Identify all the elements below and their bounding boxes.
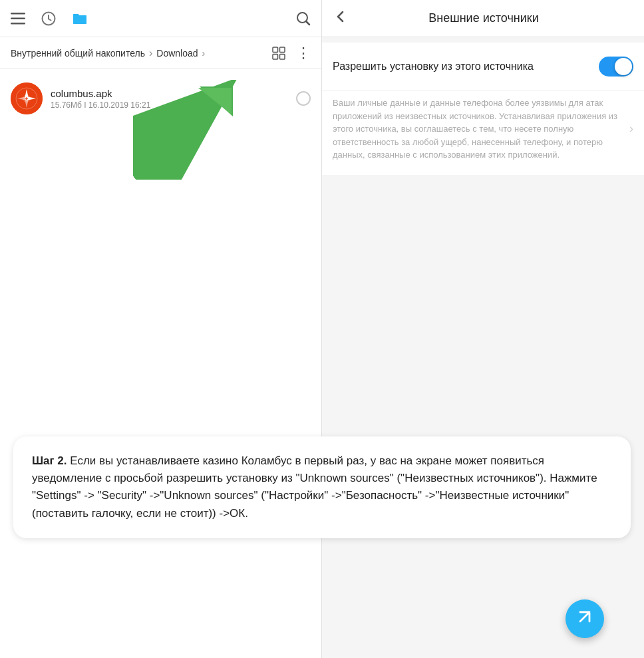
settings-label: Разрешить установку из этого источника bbox=[333, 60, 599, 74]
breadcrumb-sep: › bbox=[149, 47, 152, 59]
toggle-knob bbox=[615, 58, 632, 75]
breadcrumb: Внутренний общий накопитель › Download ›… bbox=[0, 37, 321, 69]
folder-icon[interactable] bbox=[72, 12, 88, 25]
file-checkbox[interactable] bbox=[296, 91, 311, 106]
history-icon[interactable] bbox=[41, 11, 56, 26]
settings-description-row: Ваши личные данные и данные телефона бол… bbox=[322, 90, 644, 175]
menu-icon[interactable] bbox=[11, 13, 25, 25]
grid-view-icon[interactable] bbox=[272, 47, 285, 60]
settings-row: Разрешить установку из этого источника bbox=[322, 43, 644, 90]
back-button[interactable] bbox=[333, 9, 349, 29]
svg-rect-6 bbox=[280, 47, 285, 53]
instruction-box: Шаг 2. Если вы устанавливаете казино Кол… bbox=[13, 436, 631, 538]
breadcrumb-actions: ⋮ bbox=[272, 45, 311, 62]
settings-description: Ваши личные данные и данные телефона бол… bbox=[333, 96, 624, 162]
svg-rect-1 bbox=[11, 17, 25, 19]
main-container: Внутренний общий накопитель › Download ›… bbox=[0, 0, 644, 658]
svg-rect-5 bbox=[273, 47, 278, 53]
step-label: Шаг 2. bbox=[32, 454, 67, 467]
settings-card: Разрешить установку из этого источника В… bbox=[322, 43, 644, 175]
search-icon[interactable] bbox=[296, 11, 311, 26]
fab-button[interactable] bbox=[565, 599, 604, 638]
file-meta: 15.76Мб I 16.10.2019 16:21 bbox=[51, 100, 296, 110]
file-info: columbus.apk 15.76Мб I 16.10.2019 16:21 bbox=[51, 88, 296, 110]
right-panel-title: Внешние источники bbox=[357, 11, 611, 25]
svg-rect-7 bbox=[273, 54, 278, 59]
svg-rect-0 bbox=[11, 13, 25, 15]
breadcrumb-current[interactable]: Download bbox=[156, 48, 198, 59]
instruction-text: Шаг 2. Если вы устанавливаете казино Кол… bbox=[32, 452, 612, 522]
breadcrumb-chevron-icon: › bbox=[202, 48, 206, 59]
apk-icon bbox=[11, 82, 43, 114]
svg-rect-8 bbox=[280, 54, 285, 59]
toggle-switch[interactable] bbox=[599, 57, 633, 77]
svg-rect-2 bbox=[11, 23, 25, 25]
settings-chevron-icon: › bbox=[629, 122, 633, 136]
file-item[interactable]: columbus.apk 15.76Мб I 16.10.2019 16:21 bbox=[0, 75, 321, 122]
instruction-body: Если вы устанавливаете казино Коламбус в… bbox=[32, 454, 597, 520]
right-panel: Внешние источники Разрешить установку из… bbox=[322, 0, 644, 658]
left-panel: Внутренний общий накопитель › Download ›… bbox=[0, 0, 322, 658]
left-toolbar bbox=[0, 0, 321, 37]
file-list: columbus.apk 15.76Мб I 16.10.2019 16:21 bbox=[0, 69, 321, 658]
toolbar-right-icons bbox=[296, 11, 311, 26]
toolbar-left-icons bbox=[11, 11, 88, 26]
right-toolbar: Внешние источники bbox=[322, 0, 644, 37]
more-options-icon[interactable]: ⋮ bbox=[296, 45, 311, 62]
breadcrumb-root[interactable]: Внутренний общий накопитель bbox=[11, 48, 145, 59]
fab-icon bbox=[576, 608, 593, 629]
file-name: columbus.apk bbox=[51, 88, 296, 99]
